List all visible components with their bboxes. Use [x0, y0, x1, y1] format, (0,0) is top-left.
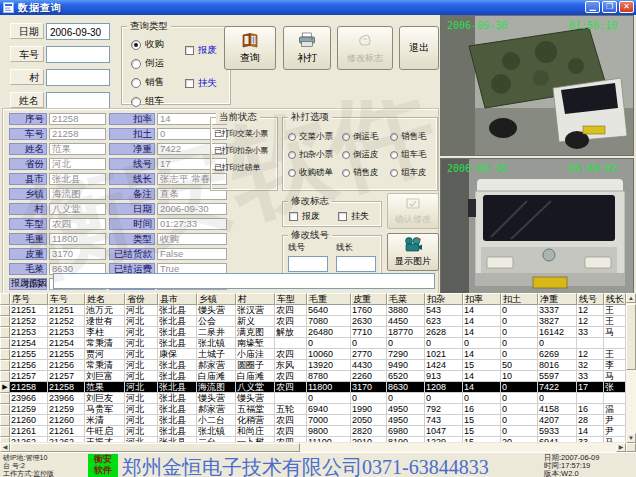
column-header[interactable]: 县市	[158, 293, 197, 305]
column-header[interactable]: 线号	[577, 293, 604, 305]
reprint-option-radio[interactable]: 交菜小票	[288, 131, 342, 143]
table-row[interactable]: 2125321253李柱河北张北县二泉井满克图解放264807710187702…	[0, 327, 626, 338]
query-type-radio[interactable]: 销售	[131, 76, 164, 89]
column-header[interactable]: 毛菜	[387, 293, 425, 305]
table-row[interactable]: 2125421254常秉清河北张北县张北镇南壕堑0000000	[0, 338, 626, 349]
table-row[interactable]: 2125121251池万元河北张北县馒头营张汉营农四56401760388054…	[0, 305, 626, 316]
line-field-input[interactable]	[288, 256, 328, 272]
reprint-option-radio[interactable]: 收购磅单	[288, 167, 342, 179]
table-cell: 馒头营	[197, 305, 236, 316]
reprint-option-radio[interactable]: 销售皮	[342, 167, 390, 179]
table-cell: 0	[387, 338, 425, 349]
show-picture-button[interactable]: 显示图片	[387, 233, 439, 271]
photo1-timestamp-time: 01:50:10	[569, 20, 617, 31]
query-field-input[interactable]	[46, 92, 110, 109]
title-bar[interactable]: 数据查询 ▁ ❐ ✕	[0, 0, 636, 15]
table-cell: 4158	[538, 404, 577, 415]
column-header[interactable]: 扣土	[501, 293, 538, 305]
table-cell: 常秉清	[85, 360, 125, 371]
column-header[interactable]: 村	[236, 293, 275, 305]
minimize-icon[interactable]: ▁	[585, 1, 600, 13]
modify-line-title: 修改线号	[288, 229, 332, 242]
table-cell: 6269	[538, 349, 577, 360]
table-row[interactable]: ▶2125821258范果河北张北县海流图八义堂农四11800317086301…	[0, 382, 626, 393]
column-header[interactable]: 净重	[538, 293, 577, 305]
confirm-modify-button[interactable]: 确认修改	[387, 193, 439, 229]
flag-checkbox[interactable]: 挂失	[185, 77, 217, 90]
table-cell: 11100	[307, 437, 351, 442]
flag-checkbox[interactable]: 报废	[185, 44, 217, 57]
reprint-option-radio[interactable]: 倒运毛	[342, 131, 390, 143]
line-field-input[interactable]	[336, 256, 376, 272]
table-cell: 公会	[197, 316, 236, 327]
query-type-radio[interactable]: 收购	[131, 38, 164, 51]
column-header[interactable]: 扣杂	[425, 293, 463, 305]
record-field-label: 县市	[9, 173, 47, 185]
table-row[interactable]: 2125721257刘巨富河北张北县白庙滩白庙滩农四87802260652091…	[0, 371, 626, 382]
show-picture-label: 显示图片	[395, 255, 431, 268]
query-type-radio[interactable]: 倒运	[131, 57, 164, 70]
column-header[interactable]: 序号	[10, 293, 48, 305]
table-cell: 14	[463, 316, 501, 327]
vertical-scroll-thumb[interactable]	[626, 304, 636, 370]
reprint-option-radio[interactable]: 销售毛	[390, 131, 436, 143]
column-header[interactable]: 省份	[125, 293, 158, 305]
reprint-option-radio[interactable]: 组车皮	[390, 167, 436, 179]
table-cell: 南壕堑	[236, 338, 275, 349]
column-header[interactable]: 乡镇	[197, 293, 236, 305]
table-cell: 张北县	[158, 338, 197, 349]
row-selector-cell	[0, 360, 10, 371]
reprint-option-radio[interactable]: 扣杂小票	[288, 149, 342, 161]
modify-flag-checkbox[interactable]: 挂失	[338, 210, 369, 223]
query-field-input[interactable]	[46, 46, 110, 63]
table-row[interactable]: 2126221262王振才河北张北县二台一卜树农四111002910819012…	[0, 437, 626, 442]
maximize-icon[interactable]: ❐	[602, 1, 617, 13]
table-row[interactable]: 2396623966刘巨友河北张北县馒头营馒头营0000000	[0, 393, 626, 404]
table-cell: 和尚庄	[236, 426, 275, 437]
scrap-reason-input[interactable]	[53, 273, 435, 289]
reprint-option-radio[interactable]: 倒运皮	[342, 149, 390, 161]
scroll-right-icon[interactable]: ▶	[616, 443, 626, 452]
column-header[interactable]: 皮重	[351, 293, 387, 305]
query-field-label: 车号	[10, 46, 44, 62]
reprint-button[interactable]: 补打	[283, 26, 331, 70]
query-form: 日期 车号 村 姓名	[10, 23, 122, 109]
camera-photo-tare: 2006-09-30 05:48:02	[440, 158, 634, 294]
table-cell: 满克图	[236, 327, 275, 338]
exit-button[interactable]: 退出	[399, 26, 439, 70]
scroll-up-icon[interactable]: ▲	[626, 293, 636, 303]
close-icon[interactable]: ✕	[619, 1, 634, 13]
table-row[interactable]: 2125221252逯世有河北张北县公会新义农四7080263044506231…	[0, 316, 626, 327]
reprint-option-radio[interactable]: 组车毛	[390, 149, 436, 161]
table-cell: 0	[463, 338, 501, 349]
radio-label: 组车皮	[401, 167, 427, 179]
table-cell: 18770	[387, 327, 425, 338]
query-field-input[interactable]	[46, 69, 110, 86]
column-header[interactable]: 扣率	[463, 293, 501, 305]
table-row[interactable]: 2126021260米清河北张北县小二台化稍营农四700020504950743…	[0, 415, 626, 426]
table-cell: 0	[501, 349, 538, 360]
table-cell: 河北	[125, 327, 158, 338]
column-header[interactable]: 姓名	[85, 293, 125, 305]
query-button[interactable]: 查询	[224, 26, 276, 70]
scroll-left-icon[interactable]: ◀	[0, 443, 10, 452]
reprint-options: 交菜小票 扣杂小票 收购磅单 倒运毛	[288, 128, 436, 182]
horizontal-scroll-thumb[interactable]	[10, 443, 300, 452]
column-header[interactable]: 车型	[275, 293, 307, 305]
column-header[interactable]: 线长	[604, 293, 626, 305]
scroll-down-icon[interactable]: ▼	[626, 433, 636, 443]
column-header[interactable]: 毛重	[307, 293, 351, 305]
column-header[interactable]: 车号	[48, 293, 85, 305]
table-row[interactable]: 2125521255贾河河北康保土城子小庙洼农四1006027707290102…	[0, 349, 626, 360]
table-cell: 21262	[48, 437, 85, 442]
table-cell: 7000	[307, 415, 351, 426]
table-row[interactable]: 2126121261牛旺启河北张北县张北镇和尚庄农四98002820698010…	[0, 426, 626, 437]
query-field-input[interactable]	[46, 23, 110, 40]
query-type-radio[interactable]: 组车	[131, 95, 164, 108]
table-row[interactable]: 2125621256常秉清河北张北县郝家营圆圈子东风13920443094901…	[0, 360, 626, 371]
radio-icon	[342, 151, 350, 159]
table-cell: 32	[577, 360, 604, 371]
modify-flag-button[interactable]: 修改标志	[337, 26, 393, 70]
modify-flag-checkbox[interactable]: 报废	[289, 210, 320, 223]
table-row[interactable]: 2125921259马贵军河北张北县郝家营五福堂五轮69401990495079…	[0, 404, 626, 415]
